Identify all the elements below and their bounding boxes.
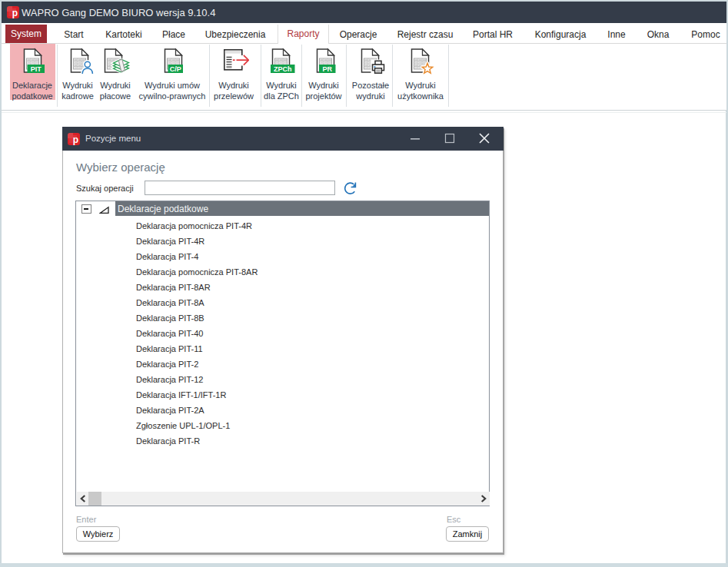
svg-text:ZPCh: ZPCh bbox=[274, 65, 292, 73]
svg-text:PR: PR bbox=[322, 65, 332, 73]
svg-text:C/P: C/P bbox=[170, 65, 181, 73]
svg-text:PIT: PIT bbox=[30, 65, 42, 73]
